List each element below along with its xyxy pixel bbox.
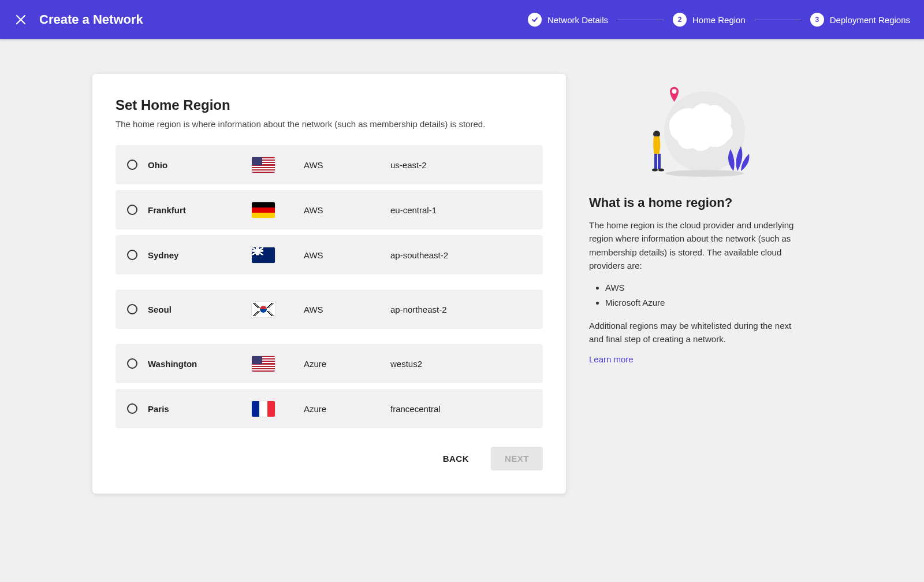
- radio-button[interactable]: [127, 304, 137, 314]
- flag-us-icon: [252, 356, 304, 372]
- region-code: ap-southeast-2: [390, 250, 448, 260]
- provider-label: Azure: [304, 359, 390, 369]
- check-icon: [528, 13, 542, 27]
- provider-label: AWS: [304, 250, 390, 260]
- region-row[interactable]: ParisAzurefrancecentral: [116, 389, 543, 428]
- region-code: eu-central-1: [390, 205, 437, 215]
- radio-button[interactable]: [127, 205, 137, 215]
- svg-rect-4: [654, 154, 657, 169]
- sidebar: What is a home region? The home region i…: [589, 74, 803, 365]
- sidebar-text: The home region is the cloud provider an…: [589, 218, 803, 272]
- step-deployment-regions[interactable]: 3 Deployment Regions: [810, 13, 910, 27]
- sidebar-title: What is a home region?: [589, 195, 803, 210]
- svg-point-2: [672, 89, 677, 94]
- flag-de-icon: [252, 202, 304, 218]
- region-name: Ohio: [148, 160, 252, 170]
- step-label: Deployment Regions: [830, 15, 910, 25]
- flag-us-icon: [252, 157, 304, 173]
- close-icon: [15, 14, 27, 25]
- region-row[interactable]: OhioAWSus-east-2: [116, 145, 543, 184]
- list-item: Microsoft Azure: [605, 295, 803, 310]
- header: Create a Network Network Details 2 Home …: [0, 0, 924, 39]
- page-title: Create a Network: [39, 12, 143, 27]
- svg-point-6: [652, 169, 658, 172]
- region-row[interactable]: SeoulAWSap-northeast-2: [116, 290, 543, 329]
- step-divider: [617, 20, 664, 20]
- radio-button[interactable]: [127, 250, 137, 260]
- region-code: francecentral: [390, 404, 441, 414]
- region-code: us-east-2: [390, 160, 427, 170]
- region-row[interactable]: WashingtonAzurewestus2: [116, 344, 543, 383]
- svg-point-7: [658, 169, 664, 172]
- list-item: AWS: [605, 280, 803, 295]
- region-name: Washington: [148, 359, 252, 369]
- radio-button[interactable]: [127, 160, 137, 170]
- radio-button[interactable]: [127, 403, 137, 414]
- flag-kr-icon: [252, 302, 304, 317]
- step-badge: 2: [673, 13, 687, 27]
- region-name: Sydney: [148, 250, 252, 260]
- flag-au-icon: [252, 247, 304, 263]
- step-home-region[interactable]: 2 Home Region: [673, 13, 746, 27]
- provider-label: AWS: [304, 205, 390, 215]
- back-button[interactable]: BACK: [438, 447, 474, 470]
- provider-label: AWS: [304, 160, 390, 170]
- svg-rect-5: [658, 154, 661, 169]
- step-label: Home Region: [692, 15, 746, 25]
- flag-fr-icon: [252, 401, 304, 417]
- region-row[interactable]: FrankfurtAWSeu-central-1: [116, 190, 543, 229]
- radio-button[interactable]: [127, 358, 137, 369]
- step-badge: 3: [810, 13, 824, 27]
- sidebar-text: Additional regions may be whitelisted du…: [589, 319, 803, 346]
- card-title: Set Home Region: [116, 97, 543, 113]
- provider-list: AWSMicrosoft Azure: [605, 280, 803, 310]
- step-network-details[interactable]: Network Details: [528, 13, 608, 27]
- next-button[interactable]: NEXT: [491, 447, 543, 470]
- stepper: Network Details 2 Home Region 3 Deployme…: [528, 13, 910, 27]
- provider-label: AWS: [304, 305, 390, 314]
- region-code: ap-northeast-2: [390, 305, 447, 314]
- region-list: OhioAWSus-east-2FrankfurtAWSeu-central-1…: [116, 145, 543, 428]
- card-subtitle: The home region is where information abo…: [116, 119, 543, 129]
- region-name: Frankfurt: [148, 205, 252, 215]
- region-row[interactable]: SydneyAWSap-southeast-2: [116, 235, 543, 275]
- learn-more-link[interactable]: Learn more: [589, 354, 634, 364]
- provider-label: Azure: [304, 404, 390, 414]
- region-name: Paris: [148, 404, 252, 414]
- close-button[interactable]: [14, 13, 28, 27]
- region-code: westus2: [390, 359, 422, 369]
- region-card: Set Home Region The home region is where…: [92, 74, 566, 494]
- step-label: Network Details: [547, 15, 608, 25]
- region-name: Seoul: [148, 305, 252, 314]
- step-divider: [755, 20, 801, 20]
- globe-illustration: [638, 74, 754, 178]
- svg-point-1: [665, 170, 744, 177]
